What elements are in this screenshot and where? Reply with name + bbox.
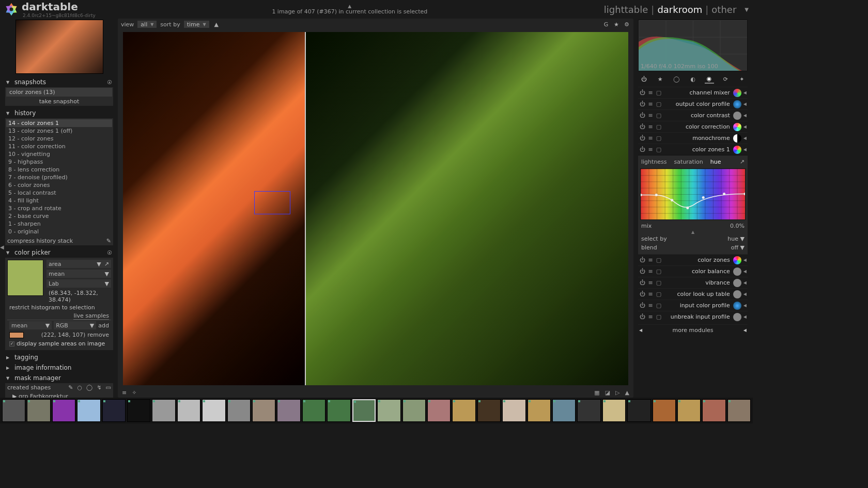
module-switch-icon[interactable]: ⏻ <box>639 291 645 297</box>
module-reset-icon[interactable]: ▢ <box>656 147 662 153</box>
module-color-contrast[interactable]: ⏻≡▢color contrast◀ <box>638 109 748 121</box>
eyedropper-icon[interactable]: ↗ <box>104 261 109 267</box>
snapshot-divider[interactable] <box>305 32 306 385</box>
chevron-left-icon[interactable]: ◀ <box>743 102 747 106</box>
module-input-color-profile[interactable]: ⏻≡▢input color profile◀ <box>638 300 748 311</box>
more-modules-button[interactable]: more modules <box>673 327 714 334</box>
filmstrip-thumb[interactable] <box>477 399 501 422</box>
filmstrip-thumb[interactable] <box>702 399 725 422</box>
filmstrip-thumb[interactable] <box>152 399 175 422</box>
module-multi-icon[interactable]: ≡ <box>647 113 654 119</box>
filmstrip-thumb[interactable] <box>602 399 626 422</box>
history-item[interactable]: 3 - crop and rotate <box>6 204 112 212</box>
module-group-basic-icon[interactable]: ◯ <box>672 74 681 84</box>
filmstrip-thumb[interactable] <box>528 399 551 422</box>
star-icon[interactable]: ★ <box>613 21 620 28</box>
sort-select[interactable]: time▼ <box>183 20 210 28</box>
module-scroll-icon[interactable]: ◀ <box>639 328 642 333</box>
module-group-correct-icon[interactable]: ⟳ <box>721 74 730 84</box>
history-item[interactable]: 2 - base curve <box>6 212 112 220</box>
chevron-left-icon[interactable]: ◀ <box>743 136 747 140</box>
filmstrip-thumb[interactable] <box>252 399 275 422</box>
blend-select[interactable]: off ▼ <box>731 244 745 251</box>
softproof-icon[interactable]: ▷ <box>615 389 619 396</box>
mask-group[interactable]: ▶ grp Farbkorrektur <box>5 392 113 398</box>
module-switch-icon[interactable]: ⏻ <box>639 135 645 141</box>
filmstrip-thumb[interactable] <box>677 399 701 422</box>
module-reset-icon[interactable]: ▢ <box>656 101 662 107</box>
color-zones-curve[interactable] <box>640 168 746 220</box>
filmstrip-thumb[interactable] <box>2 399 25 422</box>
module-group-tone-icon[interactable]: ◐ <box>688 74 698 84</box>
module-multi-icon[interactable]: ≡ <box>647 124 654 130</box>
filmstrip-thumb[interactable] <box>352 399 376 422</box>
module-reset-icon[interactable]: ▢ <box>656 257 662 263</box>
module-reset-icon[interactable]: ▢ <box>656 124 662 130</box>
collapse-left-icon[interactable]: ◀ <box>0 244 4 250</box>
filmstrip-thumb[interactable] <box>627 399 650 422</box>
module-switch-icon[interactable]: ⏻ <box>639 124 645 130</box>
picker-stat-select[interactable]: mean▼ <box>47 270 111 278</box>
module-switch-icon[interactable]: ⏻ <box>639 303 645 309</box>
filmstrip-thumb[interactable] <box>77 399 100 422</box>
module-multi-icon[interactable]: ≡ <box>647 257 654 263</box>
module-switch-icon[interactable]: ⏻ <box>639 113 645 119</box>
filmstrip-thumb[interactable] <box>452 399 475 422</box>
history-item[interactable]: 10 - vignetting <box>6 150 112 158</box>
history-item[interactable]: 4 - fill light <box>6 197 112 204</box>
chevron-left-icon[interactable]: ◀ <box>743 258 747 262</box>
filmstrip-thumb[interactable] <box>327 399 350 422</box>
module-switch-icon[interactable]: ⏻ <box>639 101 645 107</box>
filmstrip-thumb[interactable] <box>727 399 751 422</box>
group-icon[interactable]: G <box>602 21 610 28</box>
nav-darkroom[interactable]: darkroom <box>657 4 702 15</box>
history-item[interactable]: 13 - color zones 1 (off) <box>6 127 112 135</box>
filmstrip-thumb[interactable] <box>227 399 251 422</box>
chevron-left-icon[interactable]: ◀ <box>743 292 747 296</box>
filmstrip-thumb[interactable] <box>502 399 525 422</box>
history-item[interactable]: 11 - color correction <box>6 143 112 150</box>
filmstrip-thumb[interactable] <box>402 399 426 422</box>
navigation-thumbnail[interactable] <box>16 20 103 74</box>
history-item[interactable]: 6 - color zones <box>6 181 112 189</box>
filmstrip-thumb[interactable] <box>277 399 300 422</box>
take-snapshot-button[interactable]: take snapshot <box>5 97 113 106</box>
sample-space-select[interactable]: RGB▼ <box>54 321 96 329</box>
module-color-zones[interactable]: ⏻≡▢color zones◀ <box>638 254 748 265</box>
filmstrip-thumb[interactable] <box>102 399 126 422</box>
module-switch-icon[interactable]: ⏻ <box>639 269 645 275</box>
nav-lighttable[interactable]: lighttable <box>604 4 648 15</box>
module-output-color-profile[interactable]: ⏻≡▢output color profile◀ <box>638 98 748 109</box>
filmstrip-thumb[interactable] <box>577 399 600 422</box>
circle-icon[interactable]: ○ <box>77 384 82 391</box>
filmstrip-thumb[interactable] <box>177 399 200 422</box>
history-item[interactable]: 1 - sharpen <box>6 220 112 228</box>
filmstrip-thumb[interactable] <box>552 399 576 422</box>
module-multi-icon[interactable]: ≡ <box>647 291 654 297</box>
cz-tab-hue[interactable]: hue <box>710 159 721 165</box>
history-item[interactable]: 12 - color zones <box>6 135 112 143</box>
module-color-zones-1[interactable]: ⏻≡▢color zones 1◀ <box>638 144 748 155</box>
module-color-balance[interactable]: ⏻≡▢color balance◀ <box>638 265 748 277</box>
chevron-left-icon[interactable]: ◀ <box>743 124 747 129</box>
selectby-select[interactable]: hue ▼ <box>727 235 745 242</box>
brush-icon[interactable]: ✎ <box>68 384 73 391</box>
eyedropper-icon[interactable]: ↗ <box>740 159 745 165</box>
filmstrip-thumb[interactable] <box>127 399 150 422</box>
sort-direction-icon[interactable]: ▲ <box>213 21 220 28</box>
compress-history-button[interactable]: compress history stack <box>7 238 73 244</box>
cz-tab-saturation[interactable]: saturation <box>674 159 703 165</box>
reset-icon[interactable]: ⦿ <box>107 250 112 256</box>
styles-icon[interactable]: ✧ <box>132 389 136 396</box>
module-group-active-icon[interactable]: ⏻ <box>639 74 648 84</box>
color-picker-region[interactable] <box>254 191 290 214</box>
module-reset-icon[interactable]: ▢ <box>656 280 662 286</box>
quick-access-icon[interactable]: ≡ <box>122 389 127 396</box>
module-reset-icon[interactable]: ▢ <box>656 291 662 297</box>
module-switch-icon[interactable]: ⏻ <box>639 280 645 286</box>
chevron-left-icon[interactable]: ◀ <box>743 90 747 95</box>
history-item[interactable]: 5 - local contrast <box>6 189 112 197</box>
gear-icon[interactable]: ⚙ <box>623 21 630 28</box>
ellipse-icon[interactable]: ◯ <box>86 384 92 391</box>
module-switch-icon[interactable]: ⏻ <box>639 147 645 153</box>
